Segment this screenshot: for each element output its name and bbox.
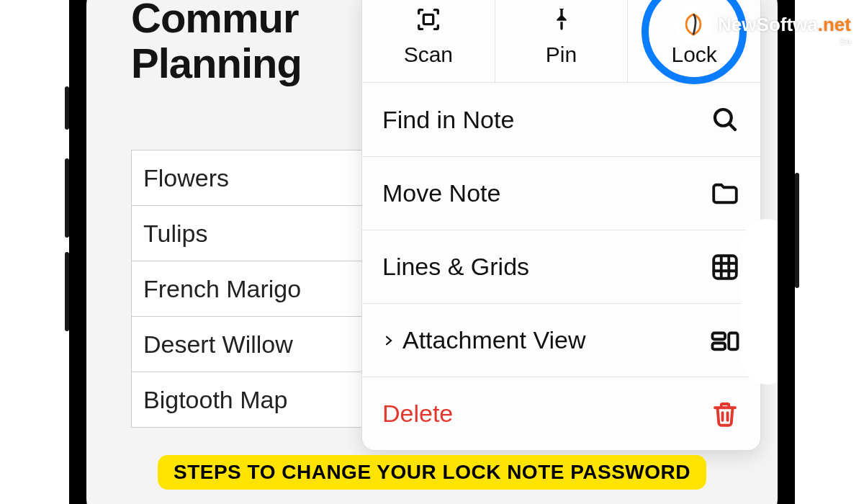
grid-icon [710,252,740,282]
menu-item-find[interactable]: Find in Note [362,83,760,156]
trash-icon [710,399,740,429]
screenshot-artifact [742,219,778,384]
side-button [65,252,69,331]
phone-inner: Commur Planning Flowers Tulips French Ma… [79,0,785,504]
side-button [65,86,69,130]
svg-rect-3 [714,256,737,279]
svg-rect-5 [713,343,726,349]
pin-label: Pin [546,42,577,67]
svg-rect-6 [729,333,737,349]
table-row[interactable]: French Marigo [131,261,369,317]
menu-item-lines-grids[interactable]: Lines & Grids [362,230,760,303]
scan-icon [414,5,443,34]
table-row[interactable]: Desert Willow [131,316,369,372]
lock-label: Lock [671,42,716,67]
menu-item-move[interactable]: Move Note [362,156,760,230]
move-label: Move Note [382,179,710,207]
screen: Commur Planning Flowers Tulips French Ma… [86,0,778,504]
note-table: Flowers Tulips French Marigo Desert Will… [131,150,369,428]
pin-button[interactable]: Pin [495,0,628,82]
menu-item-attachment-view[interactable]: Attachment View [362,303,760,377]
note-title-line2: Planning [131,40,302,86]
caption-banner: STEPS TO CHANGE YOUR LOCK NOTE PASSWORD [158,455,706,490]
scan-label: Scan [404,42,453,67]
menu-item-delete[interactable]: Delete [362,377,760,450]
find-label: Find in Note [382,106,710,134]
side-button [65,158,69,238]
folder-icon [710,179,740,209]
chevron-right-icon [382,334,395,347]
note-title-line1: Commur [131,0,298,41]
side-button [795,173,799,288]
watermark-brand: NewSoftwa [718,14,818,35]
attachment-label: Attachment View [402,326,586,354]
scan-button[interactable]: Scan [362,0,495,82]
note-action-menu: Scan Pin [361,0,761,451]
svg-rect-0 [423,14,433,24]
watermark-logo-icon [675,6,712,43]
pin-icon [547,5,576,34]
watermark-sub: Se [840,36,851,47]
watermark: NewSoftwa.net Se [675,6,851,43]
attachment-view-icon [710,325,740,356]
phone-frame: Commur Planning Flowers Tulips French Ma… [69,0,795,504]
search-icon [710,104,740,135]
table-row[interactable]: Flowers [131,150,369,206]
svg-rect-4 [713,333,726,339]
watermark-suffix: .net [818,14,851,35]
lines-label: Lines & Grids [382,253,710,281]
table-row[interactable]: Tulips [131,205,369,261]
table-row[interactable]: Bigtooth Map [131,372,369,428]
delete-label: Delete [382,400,710,428]
